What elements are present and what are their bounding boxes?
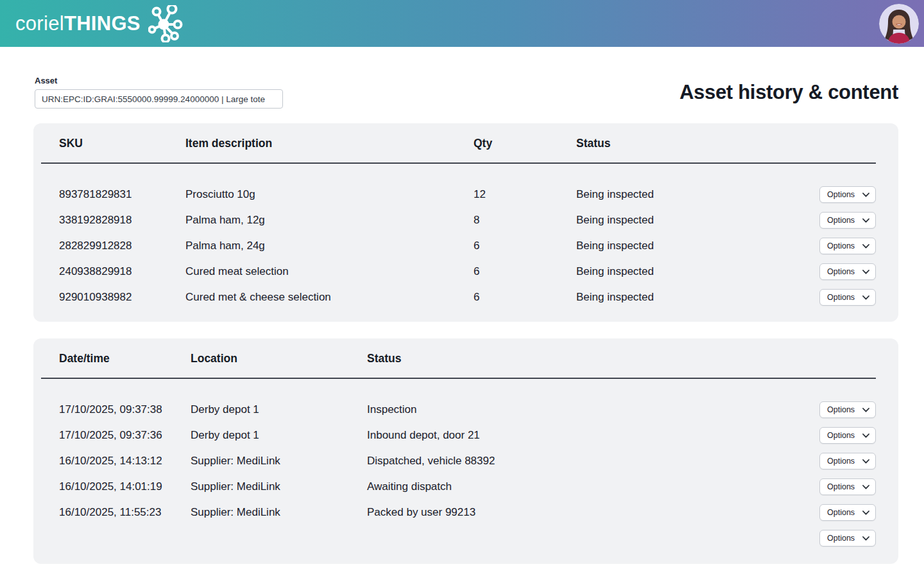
history-table-body: 17/10/2025, 09:37:38 Derby depot 1 Inspe… <box>33 379 898 551</box>
asset-history-card: Date/time Location Status 17/10/2025, 09… <box>33 338 898 564</box>
options-button[interactable]: Options <box>819 427 876 444</box>
options-button-label: Options <box>827 216 855 225</box>
cell-qty: 8 <box>474 214 576 227</box>
cell-status: Being inspected <box>576 240 819 252</box>
cell-sku: 929010938982 <box>59 291 185 304</box>
cell-description: Cured meat selection <box>185 265 474 278</box>
brand-logo-light: coriel <box>15 12 64 35</box>
column-header-status: Status <box>367 352 819 365</box>
cell-description: Cured met & cheese selection <box>185 291 474 304</box>
options-button[interactable]: Options <box>819 504 876 521</box>
cell-location: Supplier: MediLink <box>191 506 367 519</box>
asset-content-card: SKU Item description Qty Status 89378182… <box>33 123 898 322</box>
cell-qty: 6 <box>474 240 576 252</box>
chevron-down-icon <box>862 244 869 249</box>
cell-qty: 12 <box>474 188 576 201</box>
cell-location: Derby depot 1 <box>191 429 367 442</box>
page-title: Asset history & content <box>680 81 898 104</box>
options-button[interactable]: Options <box>819 401 876 418</box>
table-row: 17/10/2025, 09:37:38 Derby depot 1 Inspe… <box>33 397 898 423</box>
brand-logo[interactable]: corielTHINGS <box>15 5 183 42</box>
app-header: corielTHINGS <box>0 0 924 47</box>
cell-sku: 893781829831 <box>59 188 185 201</box>
options-button[interactable]: Options <box>819 289 876 306</box>
cell-location: Supplier: MediLink <box>191 480 367 493</box>
cell-datetime: 17/10/2025, 09:37:38 <box>59 403 191 416</box>
chevron-down-icon <box>862 408 869 412</box>
options-button-label: Options <box>827 457 855 466</box>
table-row: 282829912828 Palma ham, 24g 6 Being insp… <box>33 233 898 259</box>
cell-datetime: 17/10/2025, 09:37:36 <box>59 429 191 442</box>
asset-input[interactable] <box>35 89 283 109</box>
options-button-label: Options <box>827 241 855 250</box>
cell-sku: 240938829918 <box>59 265 185 278</box>
cell-status: Inspection <box>367 403 819 416</box>
cell-sku: 282829912828 <box>59 240 185 252</box>
chevron-down-icon <box>862 434 869 438</box>
options-button[interactable]: Options <box>819 478 876 495</box>
column-header-sku: SKU <box>59 137 185 150</box>
content-table-body: 893781829831 Prosciutto 10g 12 Being ins… <box>33 164 898 310</box>
table-row: 240938829918 Cured meat selection 6 Bein… <box>33 259 898 285</box>
cell-sku: 338192828918 <box>59 214 185 227</box>
table-row: 893781829831 Prosciutto 10g 12 Being ins… <box>33 182 898 207</box>
table-row: 16/10/2025, 14:13:12 Supplier: MediLink … <box>33 448 898 474</box>
cell-qty: 6 <box>474 291 576 304</box>
options-button-label: Options <box>827 190 855 199</box>
cell-status: Awaiting dispatch <box>367 480 819 493</box>
column-header-qty: Qty <box>474 137 576 150</box>
table-row: 338192828918 Palma ham, 12g 8 Being insp… <box>33 207 898 233</box>
molecule-icon <box>148 5 183 42</box>
options-button-label: Options <box>827 431 855 440</box>
asset-field-group: Asset <box>35 76 283 109</box>
chevron-down-icon <box>862 218 869 223</box>
options-button[interactable]: Options <box>819 186 876 203</box>
asset-field-label: Asset <box>35 76 283 85</box>
options-button-label: Options <box>827 534 855 543</box>
cell-status: Dispatched, vehicle 88392 <box>367 455 819 468</box>
table-row: Options <box>33 525 898 551</box>
options-button-label: Options <box>827 267 855 276</box>
cell-status: Being inspected <box>576 188 819 201</box>
cell-location: Derby depot 1 <box>191 403 367 416</box>
cell-datetime: 16/10/2025, 14:13:12 <box>59 455 191 468</box>
chevron-down-icon <box>862 485 869 489</box>
cell-status: Being inspected <box>576 214 819 227</box>
cell-description: Palma ham, 24g <box>185 240 474 252</box>
options-button-label: Options <box>827 508 855 517</box>
avatar[interactable] <box>879 4 919 44</box>
table-row: 929010938982 Cured met & cheese selectio… <box>33 285 898 310</box>
chevron-down-icon <box>862 270 869 274</box>
chevron-down-icon <box>862 193 869 197</box>
brand-logo-bold: THINGS <box>64 12 141 35</box>
cell-status: Being inspected <box>576 291 819 304</box>
options-button-label: Options <box>827 405 855 414</box>
brand-logo-text: corielTHINGS <box>15 13 141 33</box>
content-table-header: SKU Item description Qty Status <box>33 123 898 164</box>
cell-status: Inbound depot, door 21 <box>367 429 819 442</box>
options-button[interactable]: Options <box>819 453 876 469</box>
options-button[interactable]: Options <box>819 212 876 229</box>
chevron-down-icon <box>862 511 869 515</box>
column-header-location: Location <box>191 352 367 365</box>
cell-description: Palma ham, 12g <box>185 214 474 227</box>
options-button-label: Options <box>827 482 855 491</box>
cell-qty: 6 <box>474 265 576 278</box>
table-row: 16/10/2025, 14:01:19 Supplier: MediLink … <box>33 474 898 500</box>
column-header-datetime: Date/time <box>59 352 191 365</box>
options-button-label: Options <box>827 293 855 302</box>
cell-status: Packed by user 99213 <box>367 506 819 519</box>
chevron-down-icon <box>862 295 869 300</box>
column-header-item-description: Item description <box>185 137 474 150</box>
options-button[interactable]: Options <box>819 238 876 254</box>
column-header-status: Status <box>576 137 819 150</box>
cell-status: Being inspected <box>576 265 819 278</box>
options-button[interactable]: Options <box>819 263 876 280</box>
options-button[interactable]: Options <box>819 530 876 547</box>
table-row: 16/10/2025, 11:55:23 Supplier: MediLink … <box>33 500 898 525</box>
history-table-header: Date/time Location Status <box>33 338 898 379</box>
cell-description: Prosciutto 10g <box>185 188 474 201</box>
cell-location: Supplier: MediLink <box>191 455 367 468</box>
table-row: 17/10/2025, 09:37:36 Derby depot 1 Inbou… <box>33 423 898 448</box>
cell-datetime: 16/10/2025, 14:01:19 <box>59 480 191 493</box>
